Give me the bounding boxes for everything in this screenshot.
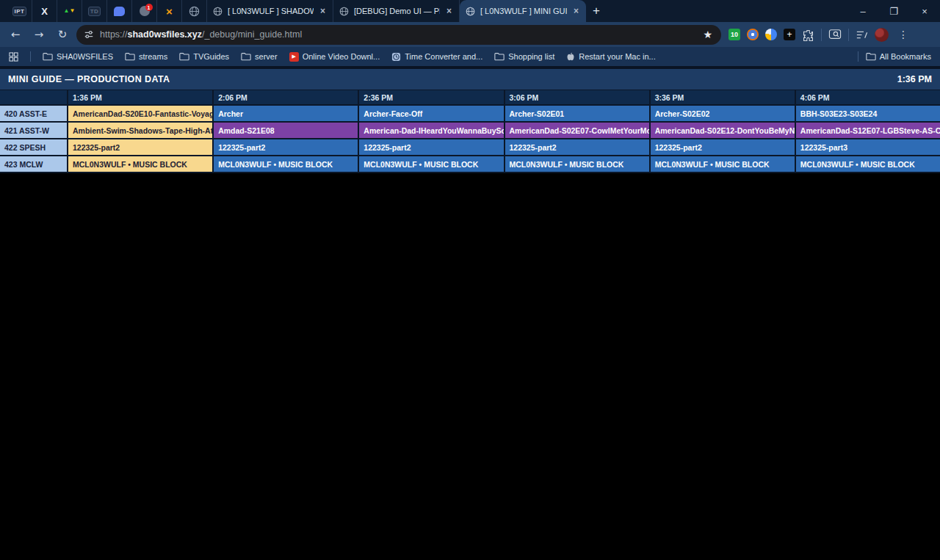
bookmark-label: Shopping list [508, 52, 554, 61]
clock-icon [391, 52, 401, 62]
bookmarks-divider [30, 51, 31, 62]
bookmark-restart-mac[interactable]: Restart your Mac in... [566, 52, 656, 62]
tab-title: [ L0N3WULF ] SHADOWS' FILES [228, 7, 314, 15]
time-slot-header: 2:36 PM [359, 90, 503, 104]
page-title: MINI GUIDE — PRODUCTION DATA [8, 74, 170, 84]
tab-close-icon[interactable]: × [572, 6, 580, 16]
program-cell: MCL0N3WULF • MUSIC BLOCK [214, 156, 358, 172]
program-cell: MCL0N3WULF • MUSIC BLOCK [796, 156, 940, 172]
bookmark-folder-server[interactable]: server [241, 52, 278, 61]
reload-button[interactable]: ↻ [53, 25, 72, 44]
folder-icon [125, 52, 135, 61]
bookmark-label: TVGuides [193, 52, 229, 61]
current-time-clock: 1:36 PM [897, 74, 932, 84]
pinned-tab-chat[interactable] [107, 0, 132, 22]
url-path: /_debug/mini_guide.html [202, 29, 302, 40]
pinned-tab-notification[interactable]: 1 [132, 0, 157, 22]
program-cell: AmericanDad-S12E07-LGBSteve-AS-Can... [796, 123, 940, 138]
program-cell: Ambient-Swim-Shadows-Tape-High-At... [68, 123, 212, 138]
program-cell: BBH-S03E23-S03E24 [796, 106, 940, 121]
apps-grid-button[interactable] [9, 52, 18, 62]
pinned-tab-x[interactable]: X [32, 0, 57, 22]
program-cell: AmericanDad-S02E12-DontYouBeMyNe... [651, 123, 795, 138]
pinned-tabs: IPT X ▲▼ TD 1 × [0, 0, 207, 22]
all-bookmarks-button[interactable]: All Bookmarks [866, 52, 931, 61]
browser-menu-icon[interactable]: ⋮ [895, 29, 911, 40]
browser-toolbar: ← → ↻ https://shad0wsfiles.xyz/_debug/mi… [0, 22, 940, 47]
apple-icon [566, 52, 575, 62]
extensions-puzzle-icon[interactable] [802, 29, 814, 41]
back-button[interactable]: ← [6, 25, 25, 44]
window-restore-button[interactable]: ❐ [878, 0, 909, 22]
guide-header-bar: MINI GUIDE — PRODUCTION DATA 1:36 PM [0, 69, 940, 90]
program-cell: MCL0N3WULF • MUSIC BLOCK [651, 156, 795, 172]
bookmark-label: Online Video Downl... [303, 52, 380, 61]
program-cell: MCL0N3WULF • MUSIC BLOCK [68, 156, 212, 172]
pinned-tab-orange-x[interactable]: × [157, 0, 182, 22]
address-bar[interactable]: https://shad0wsfiles.xyz/_debug/mini_gui… [76, 25, 721, 45]
window-minimize-button[interactable]: – [847, 0, 878, 22]
bookmark-label: Restart your Mac in... [579, 52, 656, 61]
program-cell: MCL0N3WULF • MUSIC BLOCK [505, 156, 649, 172]
program-cell: Amdad-S21E08 [214, 123, 358, 138]
triangles-icon: ▲▼ [64, 8, 76, 14]
extension-color-wheel-icon[interactable] [765, 29, 777, 40]
bookmark-label: Time Converter and... [405, 52, 482, 61]
window-close-button[interactable]: × [909, 0, 940, 22]
program-cell: MCL0N3WULF • MUSIC BLOCK [359, 156, 503, 172]
tab-favicon-globe-icon [466, 7, 475, 16]
folder-icon [43, 52, 53, 61]
all-bookmarks-label: All Bookmarks [880, 52, 931, 61]
ipt-badge-icon: IPT [12, 7, 27, 16]
bookmark-folder-streams[interactable]: streams [125, 52, 167, 61]
extension-badge-10[interactable]: 10 [728, 29, 740, 40]
tab-close-icon[interactable]: × [445, 6, 453, 16]
time-slot-header: 4:06 PM [796, 90, 940, 104]
url-domain: shad0wsfiles.xyz [128, 29, 202, 40]
page-empty-area [0, 173, 940, 540]
toolbar-divider [848, 29, 849, 41]
tab-debug-demo-ui[interactable]: [DEBUG] Demo UI — Pluto-Styl × [333, 0, 460, 22]
tab-mini-guide-active[interactable]: [ L0N3WULF ] MINI GUIDE × [460, 0, 586, 22]
pinned-tab-globe[interactable] [182, 0, 207, 22]
extension-plus-icon[interactable]: + [784, 29, 795, 40]
pinned-tab-ipt[interactable]: IPT [7, 0, 32, 22]
program-cell: 122325-part2 [651, 139, 795, 155]
browser-tab-strip: IPT X ▲▼ TD 1 × [ L0N3WULF ] SHADOWS' FI… [0, 0, 940, 22]
channel-cell: 421 ASST-W [0, 123, 67, 138]
tab-shadows-files[interactable]: [ L0N3WULF ] SHADOWS' FILES × [207, 0, 333, 22]
tab-favicon-globe-icon [339, 7, 349, 16]
new-tab-button[interactable]: + [586, 0, 607, 22]
time-slot-header: 3:36 PM [651, 90, 795, 104]
time-slot-header: 3:06 PM [505, 90, 649, 104]
forward-button[interactable]: → [29, 25, 48, 44]
program-cell: 122325-part2 [359, 139, 503, 155]
tab-favicon-globe-icon [213, 7, 223, 16]
bookmark-folder-shopping-list[interactable]: Shopping list [494, 52, 554, 61]
td-badge-icon: TD [88, 7, 101, 16]
bookmark-folder-shadowsfiles[interactable]: SHA0WSFILES [43, 52, 113, 61]
site-settings-tune-icon[interactable] [84, 29, 94, 40]
profile-avatar[interactable] [875, 28, 889, 42]
search-tabs-icon[interactable] [828, 29, 842, 40]
reading-list-icon[interactable] [856, 29, 868, 40]
folder-icon [179, 52, 189, 61]
video-icon: ▶ [289, 52, 299, 62]
url-text[interactable]: https://shad0wsfiles.xyz/_debug/mini_gui… [100, 29, 693, 40]
extension-orange-circle-icon[interactable] [747, 29, 759, 40]
pinned-tab-td[interactable]: TD [82, 0, 107, 22]
notification-badge: 1 [145, 4, 153, 11]
bookmark-star-icon[interactable]: ★ [698, 29, 717, 40]
tab-title: [DEBUG] Demo UI — Pluto-Styl [354, 7, 440, 15]
bookmark-time-converter[interactable]: Time Converter and... [391, 52, 482, 62]
pinned-tab-tracker[interactable]: ▲▼ [57, 0, 82, 22]
tab-title: [ L0N3WULF ] MINI GUIDE [480, 7, 567, 15]
channel-cell: 422 SPESH [0, 139, 67, 155]
tab-close-icon[interactable]: × [319, 6, 327, 16]
x-logo-icon: X [41, 6, 48, 17]
bookmark-video-downloader[interactable]: ▶ Online Video Downl... [289, 52, 380, 62]
orange-x-icon: × [166, 5, 173, 18]
program-cell: 122325-part2 [68, 139, 212, 155]
program-cell: AmericanDad-S20E10-Fantastic-Voyage [68, 106, 212, 121]
bookmark-folder-tvguides[interactable]: TVGuides [179, 52, 229, 61]
